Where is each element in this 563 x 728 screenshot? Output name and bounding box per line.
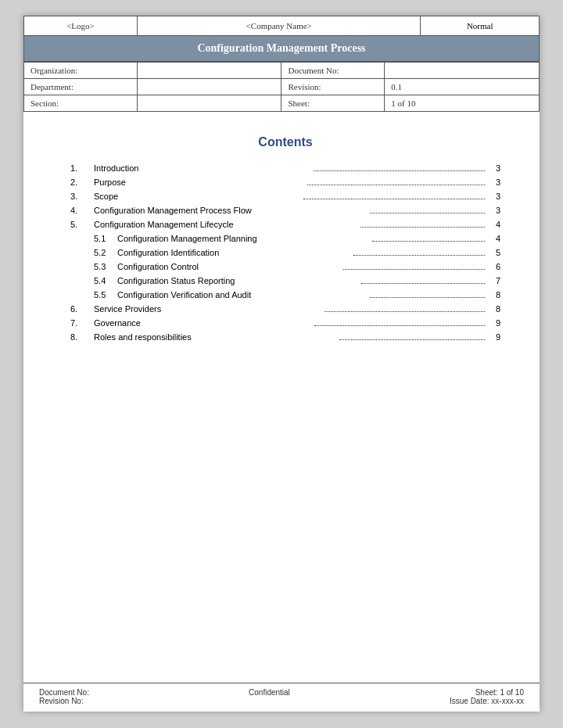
toc-item: 5.5Configuration Verification and Audit8 (70, 290, 500, 300)
section-label: Section: (24, 95, 138, 112)
toc-item-num: 4. (70, 206, 94, 215)
toc-item-text: Governance (94, 318, 311, 328)
toc-item: 4.Configuration Management Process Flow3 (70, 206, 500, 216)
toc-item-num: 1. (70, 163, 94, 173)
revision-label: Revision: (282, 79, 385, 95)
toc-item-dots (325, 311, 485, 312)
toc-list: 1.Introduction32.Purpose33.Scope34.Confi… (70, 163, 500, 342)
toc-item-text: Configuration Verification and Audit (117, 290, 367, 299)
doc-no-label: Document No: (282, 63, 385, 79)
sheet-value: 1 of 10 (385, 95, 540, 112)
toc-item-page: 3 (488, 192, 500, 201)
toc-item-page: 9 (488, 332, 500, 342)
logo-cell: <Logo> (24, 16, 138, 36)
toc-item: 5.2Configuration Identification5 (70, 248, 500, 258)
toc-item-dots (314, 170, 485, 171)
revision-value: 0.1 (385, 79, 540, 95)
toc-item-num: 5. (70, 220, 94, 229)
dept-value (137, 79, 282, 95)
toc-item: 3.Scope3 (70, 192, 500, 202)
toc-item-text: Service Providers (94, 304, 321, 314)
document-page: <Logo> <Company Name> Normal Configurati… (23, 16, 540, 712)
toc-item-dots (360, 227, 485, 228)
toc-item-page: 5 (488, 248, 500, 257)
content-area: Contents 1.Introduction32.Purpose33.Scop… (23, 112, 540, 683)
toc-item-num: 8. (70, 332, 94, 342)
toc-item-num: 5.5 (94, 290, 117, 299)
toc-item-num: 5.1 (94, 234, 117, 243)
toc-item-dots (353, 255, 485, 256)
toc-item-num: 6. (70, 304, 94, 314)
doc-no-value (385, 63, 540, 79)
toc-item-num: 3. (70, 192, 94, 201)
toc-item-text: Configuration Identification (117, 248, 350, 257)
toc-item-dots (339, 339, 485, 340)
sheet-label: Sheet: (282, 95, 385, 112)
toc-item-num: 5.4 (94, 276, 117, 285)
footer-doc-no-label: Document No: (39, 688, 89, 697)
toc-item-dots (370, 213, 485, 213)
header-table: <Logo> <Company Name> Normal (23, 16, 540, 36)
toc-item-num: 7. (70, 318, 94, 328)
footer-sheet: Sheet: 1 of 10 (475, 688, 524, 697)
toc-item-num: 2. (70, 178, 94, 187)
footer-right: Sheet: 1 of 10 Issue Date: xx-xxx-xx (450, 688, 524, 705)
toc-item-dots (303, 199, 485, 199)
toc-item-page: 6 (488, 262, 500, 271)
company-name-cell: <Company Name> (137, 16, 420, 36)
toc-item-page: 3 (488, 178, 500, 187)
footer-issue-date: Issue Date: xx-xxx-xx (450, 697, 524, 705)
footer-revision-label: Revision No: (39, 697, 89, 705)
toc-item-num: 5.2 (94, 248, 117, 257)
toc-item-text: Configuration Management Process Flow (94, 206, 367, 215)
doc-info-table: Organization: Document No: Department: R… (23, 62, 540, 112)
toc-item: 5.3Configuration Control6 (70, 262, 500, 272)
toc-item-text: Configuration Control (117, 262, 340, 271)
toc-item: 1.Introduction3 (70, 163, 500, 174)
toc-item: 8.Roles and responsibilities9 (70, 332, 500, 342)
toc-item: 5.4Configuration Status Reporting7 (70, 276, 500, 286)
toc-item-page: 3 (488, 206, 500, 215)
toc-item-text: Configuration Status Reporting (117, 276, 358, 285)
toc-item-page: 3 (488, 163, 500, 173)
toc-title: Contents (70, 135, 500, 149)
toc-item-dots (372, 241, 485, 242)
toc-item: 5.Configuration Management Lifecycle4 (70, 220, 500, 230)
footer-left: Document No: Revision No: (39, 688, 89, 705)
toc-item: 5.1Configuration Management Planning4 (70, 234, 500, 244)
document-title: Configuration Management Process (23, 36, 540, 62)
toc-item-num: 5.3 (94, 262, 117, 271)
section-value (137, 95, 282, 112)
toc-item: 6.Service Providers8 (70, 304, 500, 314)
org-label: Organization: (24, 63, 138, 79)
toc-item-dots (370, 297, 485, 298)
toc-item-text: Purpose (94, 178, 304, 187)
toc-item-page: 7 (488, 276, 500, 285)
toc-item: 7.Governance9 (70, 318, 500, 328)
toc-item-dots (361, 283, 485, 284)
toc-item: 2.Purpose3 (70, 178, 500, 188)
toc-item-page: 9 (488, 318, 500, 328)
toc-item-page: 4 (488, 220, 500, 229)
footer-confidential: Confidential (249, 688, 290, 697)
status-cell: Normal (421, 16, 540, 36)
dept-label: Department: (24, 79, 138, 95)
footer: Document No: Revision No: Confidential S… (23, 683, 540, 712)
toc-item-dots (343, 269, 485, 270)
toc-item-page: 8 (488, 304, 500, 314)
toc-item-text: Configuration Management Planning (117, 234, 369, 243)
toc-item-page: 4 (488, 234, 500, 243)
toc-item-text: Introduction (94, 163, 310, 173)
toc-item-page: 8 (488, 290, 500, 299)
footer-center: Confidential (249, 688, 290, 705)
toc-item-text: Roles and responsibilities (94, 332, 336, 342)
toc-item-dots (314, 325, 485, 326)
toc-item-dots (307, 185, 486, 185)
toc-item-text: Scope (94, 192, 300, 201)
org-value (137, 63, 282, 79)
toc-item-text: Configuration Management Lifecycle (94, 220, 357, 229)
